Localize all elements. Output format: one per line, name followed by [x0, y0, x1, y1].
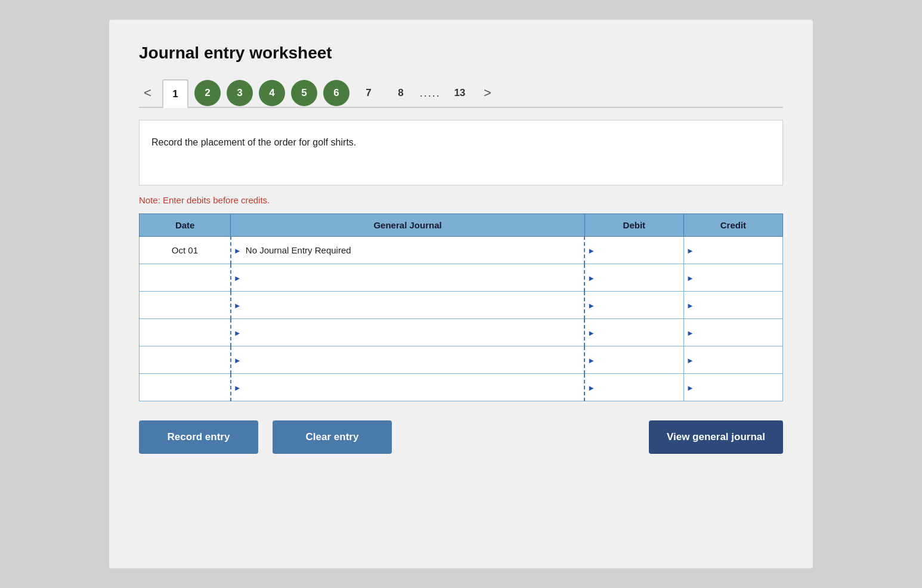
date-cell-5[interactable] — [140, 346, 231, 374]
credit-cell-3[interactable]: ► — [683, 292, 782, 319]
table-row: ► ► ► — [140, 374, 783, 401]
journal-cell-4[interactable]: ► — [231, 319, 584, 346]
journal-arrow-6: ► — [234, 383, 242, 392]
debit-arrow-4: ► — [587, 328, 595, 337]
journal-cell-5[interactable]: ► — [231, 346, 584, 374]
debit-cell-4[interactable]: ► — [584, 319, 683, 346]
clear-entry-button[interactable]: Clear entry — [273, 420, 392, 454]
journal-cell-1[interactable]: ► No Journal Entry Required — [231, 237, 584, 264]
date-cell-3[interactable] — [140, 292, 231, 319]
record-entry-button[interactable]: Record entry — [139, 420, 258, 454]
debit-arrow-3: ► — [587, 301, 595, 310]
credit-arrow-5: ► — [686, 355, 694, 364]
credit-arrow-1: ► — [686, 246, 694, 255]
page-7[interactable]: 7 — [355, 80, 382, 106]
next-arrow[interactable]: > — [479, 83, 496, 103]
header-journal: General Journal — [231, 214, 584, 237]
journal-cell-3[interactable]: ► — [231, 292, 584, 319]
buttons-row: Record entry Clear entry View general jo… — [139, 420, 783, 454]
page-8[interactable]: 8 — [388, 80, 414, 106]
credit-arrow-6: ► — [686, 383, 694, 392]
header-date: Date — [140, 214, 231, 237]
header-credit: Credit — [683, 214, 782, 237]
debit-cell-2[interactable]: ► — [584, 264, 683, 292]
date-cell-2[interactable] — [140, 264, 231, 292]
debit-arrow-2: ► — [587, 273, 595, 282]
prev-arrow[interactable]: < — [139, 83, 156, 103]
journal-arrow-2: ► — [234, 273, 242, 282]
debit-arrow-5: ► — [587, 355, 595, 364]
journal-table: Date General Journal Debit Credit Oct 01… — [139, 213, 783, 401]
debit-cell-5[interactable]: ► — [584, 346, 683, 374]
table-row: ► ► ► — [140, 292, 783, 319]
page-2[interactable]: 2 — [194, 80, 221, 106]
journal-arrow-4: ► — [234, 328, 242, 337]
page-dots: ..... — [420, 87, 441, 100]
main-container: Journal entry worksheet < 1 2 3 4 5 6 7 … — [109, 20, 813, 568]
view-general-journal-button[interactable]: View general journal — [649, 420, 783, 454]
credit-arrow-3: ► — [686, 301, 694, 310]
instruction-box: Record the placement of the order for go… — [139, 120, 783, 185]
pagination: < 1 2 3 4 5 6 7 8 ..... 13 > — [139, 79, 783, 108]
note-text: Note: Enter debits before credits. — [139, 195, 783, 205]
page-3[interactable]: 3 — [227, 80, 253, 106]
journal-arrow-5: ► — [234, 355, 242, 364]
debit-arrow-6: ► — [587, 383, 595, 392]
journal-arrow-1: ► — [234, 246, 242, 255]
table-row: ► ► ► — [140, 319, 783, 346]
instruction-text: Record the placement of the order for go… — [151, 137, 356, 147]
page-4[interactable]: 4 — [259, 80, 285, 106]
credit-arrow-4: ► — [686, 328, 694, 337]
credit-cell-1[interactable]: ► — [683, 237, 782, 264]
debit-arrow-1: ► — [587, 246, 595, 255]
table-row: Oct 01 ► No Journal Entry Required ► ► — [140, 237, 783, 264]
journal-cell-2[interactable]: ► — [231, 264, 584, 292]
page-13[interactable]: 13 — [447, 80, 473, 106]
credit-cell-2[interactable]: ► — [683, 264, 782, 292]
page-5[interactable]: 5 — [291, 80, 317, 106]
date-cell-1[interactable]: Oct 01 — [140, 237, 231, 264]
debit-cell-6[interactable]: ► — [584, 374, 683, 401]
credit-cell-4[interactable]: ► — [683, 319, 782, 346]
page-1[interactable]: 1 — [162, 79, 188, 108]
journal-arrow-3: ► — [234, 301, 242, 310]
page-6[interactable]: 6 — [323, 80, 349, 106]
journal-text-1: No Journal Entry Required — [236, 245, 351, 255]
journal-cell-6[interactable]: ► — [231, 374, 584, 401]
date-cell-6[interactable] — [140, 374, 231, 401]
credit-cell-5[interactable]: ► — [683, 346, 782, 374]
credit-cell-6[interactable]: ► — [683, 374, 782, 401]
date-cell-4[interactable] — [140, 319, 231, 346]
header-debit: Debit — [584, 214, 683, 237]
credit-arrow-2: ► — [686, 273, 694, 282]
table-row: ► ► ► — [140, 346, 783, 374]
page-title: Journal entry worksheet — [139, 44, 783, 63]
debit-cell-1[interactable]: ► — [584, 237, 683, 264]
table-row: ► ► ► — [140, 264, 783, 292]
debit-cell-3[interactable]: ► — [584, 292, 683, 319]
